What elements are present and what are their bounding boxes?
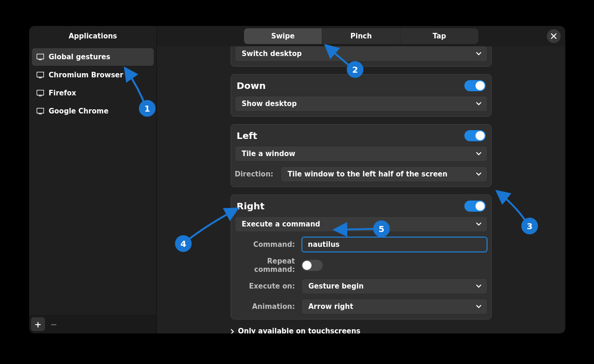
sidebar-item-firefox[interactable]: Firefox bbox=[32, 84, 154, 102]
command-input[interactable] bbox=[301, 237, 488, 252]
svg-rect-0 bbox=[37, 54, 44, 59]
gesture-action-select[interactable]: Execute a command bbox=[235, 216, 488, 232]
tab-tap[interactable]: Tap bbox=[400, 28, 478, 44]
sidebar: Applications Global gestures Chromium Br… bbox=[29, 26, 157, 333]
display-icon bbox=[37, 90, 44, 96]
svg-rect-2 bbox=[37, 72, 44, 77]
gesture-enable-toggle[interactable] bbox=[464, 80, 486, 91]
main-panel: Swipe Pinch Tap Switch desktop bbox=[157, 26, 565, 333]
direction-label: Direction: bbox=[235, 170, 273, 178]
sidebar-item-chromium[interactable]: Chromium Browser bbox=[32, 66, 154, 84]
gesture-enable-toggle[interactable] bbox=[464, 201, 486, 212]
svg-rect-1 bbox=[39, 60, 42, 60]
gesture-action-select[interactable]: Switch desktop bbox=[235, 46, 488, 62]
gesture-heading: Right bbox=[237, 201, 264, 212]
select-value: Arrow right bbox=[308, 302, 353, 311]
sidebar-item-label: Google Chrome bbox=[49, 107, 108, 115]
tab-swipe[interactable]: Swipe bbox=[244, 28, 322, 44]
chevron-down-icon bbox=[476, 102, 481, 106]
gesture-card-right: Right Execute a command Command: bbox=[231, 195, 492, 320]
chevron-down-icon bbox=[476, 305, 481, 308]
close-icon bbox=[551, 33, 556, 39]
animation-select[interactable]: Arrow right bbox=[301, 299, 488, 314]
execute-on-select[interactable]: Gesture begin bbox=[301, 278, 488, 294]
gesture-heading: Down bbox=[237, 80, 266, 91]
select-value: Tile window to the left half of the scre… bbox=[288, 170, 447, 178]
svg-rect-5 bbox=[39, 96, 42, 96]
gesture-enable-toggle[interactable] bbox=[464, 130, 486, 141]
sidebar-item-global-gestures[interactable]: Global gestures bbox=[32, 48, 154, 66]
display-icon bbox=[37, 54, 44, 60]
command-label: Command: bbox=[235, 240, 295, 249]
select-value: Switch desktop bbox=[242, 50, 302, 58]
gesture-card-up: Switch desktop bbox=[231, 46, 492, 67]
gesture-type-tabs: Swipe Pinch Tap bbox=[244, 28, 478, 44]
sidebar-item-google-chrome[interactable]: Google Chrome bbox=[32, 102, 154, 120]
repeat-toggle[interactable] bbox=[301, 260, 323, 271]
add-app-button[interactable]: + bbox=[31, 317, 45, 331]
gesture-list: Switch desktop Down bbox=[231, 46, 492, 333]
select-value: Show desktop bbox=[242, 100, 297, 108]
gesture-action-select[interactable]: Show desktop bbox=[235, 96, 488, 112]
gesture-heading: Left bbox=[237, 130, 257, 141]
disclosure-touchscreens[interactable]: Only available on touchscreens bbox=[231, 327, 492, 333]
main-scroll[interactable]: Switch desktop Down bbox=[157, 46, 565, 333]
chevron-right-icon bbox=[231, 329, 234, 333]
display-icon bbox=[37, 72, 44, 78]
sidebar-item-label: Firefox bbox=[49, 89, 76, 97]
repeat-label: Repeat command: bbox=[235, 257, 295, 274]
remove-app-button[interactable]: − bbox=[47, 317, 61, 331]
gesture-card-left: Left Tile a window Direction: bbox=[231, 124, 492, 187]
chevron-down-icon bbox=[476, 222, 481, 226]
animation-label: Animation: bbox=[235, 302, 295, 311]
sidebar-title: Applications bbox=[29, 26, 156, 46]
select-value: Execute a command bbox=[242, 220, 320, 228]
chevron-down-icon bbox=[476, 52, 481, 56]
svg-rect-7 bbox=[39, 114, 42, 114]
chevron-down-icon bbox=[476, 284, 481, 288]
app-list: Global gestures Chromium Browser Firefox… bbox=[29, 46, 156, 315]
display-icon bbox=[37, 108, 44, 114]
select-value: Tile a window bbox=[242, 150, 295, 158]
chevron-down-icon bbox=[476, 172, 481, 176]
direction-select[interactable]: Tile window to the left half of the scre… bbox=[281, 166, 488, 182]
svg-rect-4 bbox=[37, 90, 44, 95]
sidebar-footer: + − bbox=[29, 315, 156, 333]
disclosure-label: Only available on touchscreens bbox=[238, 327, 360, 333]
headerbar: Swipe Pinch Tap bbox=[157, 26, 565, 46]
preferences-window: Applications Global gestures Chromium Br… bbox=[29, 26, 565, 333]
svg-rect-6 bbox=[37, 108, 44, 113]
sidebar-item-label: Chromium Browser bbox=[49, 71, 123, 79]
select-value: Gesture begin bbox=[308, 282, 364, 290]
svg-rect-3 bbox=[39, 78, 42, 78]
chevron-down-icon bbox=[476, 152, 481, 156]
gesture-action-select[interactable]: Tile a window bbox=[235, 146, 488, 162]
close-button[interactable] bbox=[547, 29, 561, 43]
sidebar-item-label: Global gestures bbox=[49, 53, 110, 61]
gesture-card-down: Down Show desktop bbox=[231, 74, 492, 117]
tab-pinch[interactable]: Pinch bbox=[322, 28, 400, 44]
execute-on-label: Execute on: bbox=[235, 282, 295, 290]
